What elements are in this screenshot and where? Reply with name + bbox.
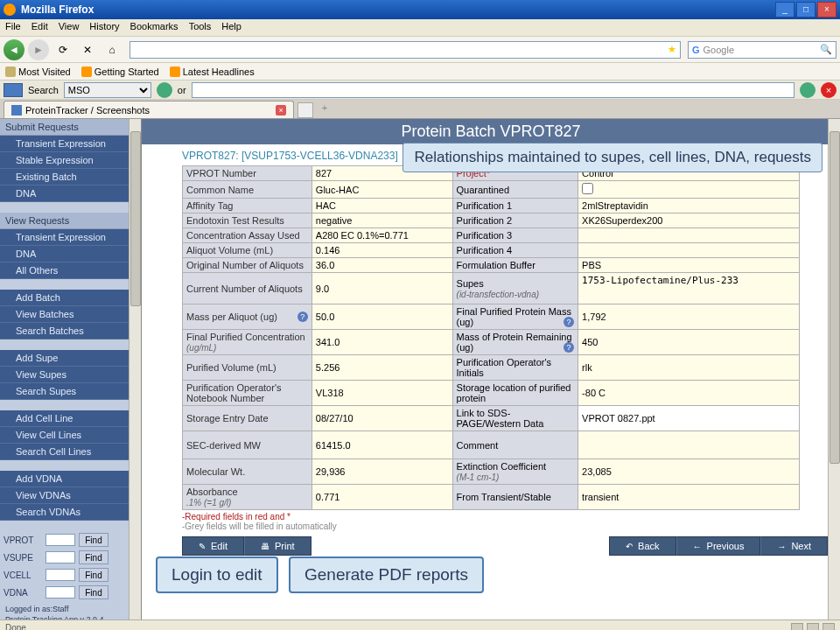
sidebar-item-view-celllines[interactable]: View Cell Lines — [0, 427, 129, 444]
bookmark-latest-headlines[interactable]: Latest Headlines — [170, 66, 255, 77]
help-icon[interactable]: ? — [298, 312, 308, 322]
browser-search-box[interactable]: G Google 🔍 — [688, 41, 836, 59]
main-scrollbar[interactable] — [828, 119, 840, 620]
quarantined-checkbox[interactable] — [582, 183, 593, 194]
home-button[interactable]: ⌂ — [102, 39, 122, 60]
tab-list-icon[interactable] — [298, 102, 313, 118]
lbl-ext-coef: Extinction Coefficient(M-1 cm-1) — [452, 459, 578, 485]
previous-button[interactable]: ←Previous — [676, 536, 761, 556]
val-purification2: XK26Superdex200 — [578, 214, 800, 228]
sidebar-item-add-supe[interactable]: Add Supe — [0, 350, 129, 367]
sidebar-item-view-vdnas[interactable]: View VDNAs — [0, 487, 129, 504]
quickfind-vsupe: VSUPEFind — [0, 549, 129, 566]
status-bar: Done — [0, 620, 840, 630]
generate-pdf-button[interactable]: Generate PDF reports — [289, 556, 484, 593]
url-bar[interactable]: ★ — [130, 41, 681, 59]
bookmarks-toolbar: Most Visited Getting Started Latest Head… — [0, 63, 840, 80]
sidebar-item-add-cellline[interactable]: Add Cell Line — [0, 410, 129, 427]
tab-proteintracker[interactable]: ProteinTracker / Screenshots × — [4, 101, 294, 118]
sidebar-item-view-transient[interactable]: Transient Expression — [0, 229, 129, 246]
sidebar-item-search-batches[interactable]: Search Batches — [0, 323, 129, 340]
reload-button[interactable]: ⟳ — [52, 39, 74, 60]
quickfind-vprot-button[interactable]: Find — [79, 533, 108, 547]
callout-note: Relationships maintained to supes, cell … — [402, 143, 822, 172]
sidebar-item-dna[interactable]: DNA — [0, 186, 129, 202]
edit-icon: ✎ — [199, 542, 206, 551]
bookmark-most-visited[interactable]: Most Visited — [5, 66, 71, 77]
help-icon[interactable]: ? — [564, 317, 574, 327]
sidebar-item-search-celllines[interactable]: Search Cell Lines — [0, 444, 129, 460]
sidebar-item-all-others[interactable]: All Others — [0, 262, 129, 279]
login-info: Logged in as:Staff Protein Tracking App … — [0, 601, 129, 620]
sidebar-item-stable-expression[interactable]: Stable Expression — [0, 152, 129, 169]
menu-tools[interactable]: Tools — [189, 21, 212, 34]
quickfind-vcell-button[interactable]: Find — [79, 568, 108, 582]
search-query-input[interactable] — [192, 82, 794, 98]
sidebar-item-existing-batch[interactable]: Existing Batch — [0, 169, 129, 186]
lbl-purification1: Purification 1 — [452, 199, 578, 214]
print-icon: 🖶 — [261, 542, 270, 551]
next-icon: → — [777, 542, 786, 551]
quickfind-vdna-button[interactable]: Find — [79, 585, 108, 599]
sidebar-item-search-vdnas[interactable]: Search VDNAs — [0, 504, 129, 521]
sidebar-header-submit: Submit Requests — [0, 119, 129, 136]
login-to-edit-button[interactable]: Login to edit — [156, 556, 278, 593]
search-go-button[interactable] — [157, 82, 172, 98]
menu-edit[interactable]: Edit — [32, 21, 48, 34]
msn-icon[interactable] — [4, 83, 23, 97]
new-tab-button[interactable]: + — [317, 102, 332, 118]
search-go-button-2[interactable] — [800, 82, 816, 98]
val-final-conc: 341.0 — [312, 330, 452, 355]
window-title: Mozilla Firefox — [21, 4, 774, 16]
val-operator-initials: rlk — [578, 355, 800, 381]
sidebar-scrollbar[interactable] — [129, 119, 141, 620]
minimize-button[interactable]: _ — [775, 2, 794, 18]
next-button[interactable]: →Next — [760, 536, 828, 556]
edit-button[interactable]: ✎Edit — [182, 536, 244, 556]
content-area: Submit Requests Transient Expression Sta… — [0, 119, 840, 620]
bookmark-getting-started[interactable]: Getting Started — [81, 66, 159, 77]
search-clear-button[interactable]: × — [821, 82, 836, 98]
search-placeholder: Google — [704, 45, 734, 55]
maximize-button[interactable]: □ — [796, 2, 816, 18]
sidebar-item-search-supes[interactable]: Search Supes — [0, 383, 129, 400]
forward-button[interactable]: ► — [28, 39, 49, 60]
lbl-sec-mw: SEC-derived MW — [183, 431, 312, 459]
search-engine-select[interactable]: MSO — [64, 82, 151, 98]
sidebar-item-view-supes[interactable]: View Supes — [0, 367, 129, 383]
quickfind-vcell-input[interactable] — [46, 569, 75, 581]
quickfind-vsupe-input[interactable] — [46, 551, 75, 564]
quickfind-vprot-input[interactable] — [46, 534, 75, 546]
lbl-sds-link: Link to SDS-PAGE/Western Data — [452, 406, 578, 431]
sidebar-item-transient-expression[interactable]: Transient Expression — [0, 136, 129, 152]
close-button[interactable]: × — [817, 2, 836, 18]
sidebar-item-view-batches[interactable]: View Batches — [0, 306, 129, 323]
quickfind-vprot: VPROTFind — [0, 531, 129, 549]
val-formulation-buffer: PBS — [578, 258, 800, 273]
back-button[interactable]: ◄ — [4, 39, 24, 60]
lbl-supes: Supes(id-transfection-vdna) — [452, 273, 578, 304]
menu-file[interactable]: File — [5, 21, 21, 34]
stop-button[interactable]: ✕ — [77, 39, 98, 60]
tab-title: ProteinTracker / Screenshots — [25, 105, 150, 116]
status-text: Done — [5, 623, 26, 630]
print-button[interactable]: 🖶Print — [244, 536, 312, 556]
menu-bookmarks[interactable]: Bookmarks — [130, 21, 178, 34]
sidebar-item-add-vdna[interactable]: Add VDNA — [0, 471, 129, 487]
quickfind-vsupe-button[interactable]: Find — [79, 550, 108, 564]
quickfind-vdna-input[interactable] — [46, 586, 75, 598]
sidebar-item-view-dna[interactable]: DNA — [0, 246, 129, 262]
val-supes: 1753-Lipofectamine/Plus-233 — [578, 273, 800, 304]
bookmark-star-icon[interactable]: ★ — [668, 44, 676, 55]
sidebar-item-add-batch[interactable]: Add Batch — [0, 290, 129, 306]
val-endotoxin: negative — [312, 214, 452, 228]
menu-view[interactable]: View — [59, 21, 80, 34]
data-form: VPROT Number827Project*Control Common Na… — [182, 165, 800, 510]
menu-history[interactable]: History — [89, 21, 119, 34]
menu-help[interactable]: Help — [221, 21, 242, 34]
tab-close-icon[interactable]: × — [276, 105, 286, 116]
back-nav-button[interactable]: ↶Back — [609, 536, 676, 556]
help-icon[interactable]: ? — [564, 342, 574, 353]
search-icon[interactable]: 🔍 — [820, 44, 832, 55]
status-icon-2 — [807, 623, 819, 631]
